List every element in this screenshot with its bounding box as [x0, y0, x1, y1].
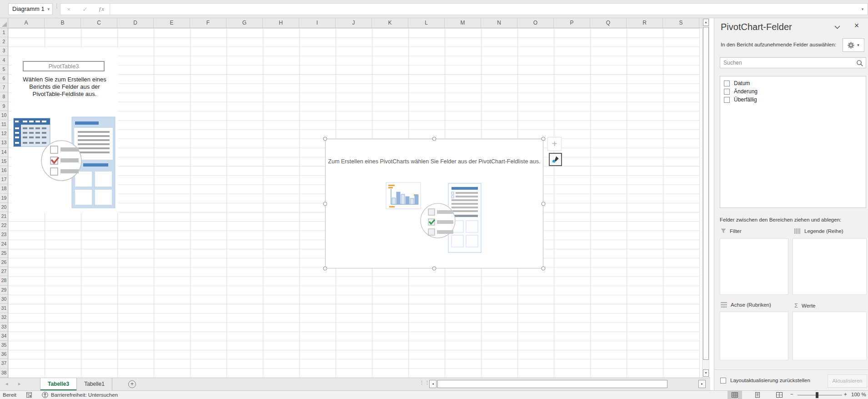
- search-input[interactable]: [720, 58, 855, 68]
- row-header-14[interactable]: 14: [0, 148, 8, 157]
- row-header-6[interactable]: 6: [0, 74, 8, 83]
- column-header-b[interactable]: B: [45, 18, 81, 28]
- pane-options-chevron-icon[interactable]: [834, 25, 840, 29]
- column-header-a[interactable]: A: [8, 18, 45, 28]
- row-header-36[interactable]: 36: [0, 350, 8, 359]
- handle-top-left[interactable]: [323, 137, 327, 141]
- row-header-33[interactable]: 33: [0, 323, 8, 332]
- scroll-left-icon[interactable]: ◂: [429, 380, 437, 388]
- new-sheet-button[interactable]: +: [128, 380, 136, 388]
- sheet-tab-tabelle3[interactable]: Tabelle3: [40, 378, 77, 390]
- column-header-o[interactable]: O: [517, 18, 554, 28]
- row-header-16[interactable]: 16: [0, 166, 8, 175]
- row-header-21[interactable]: 21: [0, 212, 8, 221]
- row-header-5[interactable]: 5: [0, 65, 8, 74]
- dropzone-legend[interactable]: [793, 238, 867, 295]
- update-button[interactable]: Aktualisieren: [828, 374, 867, 388]
- row-header-18[interactable]: 18: [0, 184, 8, 193]
- handle-middle-right[interactable]: [542, 202, 546, 206]
- zoom-level[interactable]: 100 %: [851, 392, 866, 397]
- defer-layout-checkbox[interactable]: [720, 378, 726, 384]
- row-header-29[interactable]: 29: [0, 286, 8, 295]
- row-header-9[interactable]: 9: [0, 102, 8, 111]
- column-header-k[interactable]: K: [372, 18, 408, 28]
- search-icon[interactable]: [856, 60, 863, 67]
- column-header-p[interactable]: P: [554, 18, 590, 28]
- tools-button[interactable]: ▾: [843, 38, 864, 52]
- row-header-22[interactable]: 22: [0, 221, 8, 230]
- row-header-25[interactable]: 25: [0, 249, 8, 258]
- dropzone-axis[interactable]: [720, 312, 788, 360]
- column-header-s[interactable]: S: [663, 18, 699, 28]
- row-header-34[interactable]: 34: [0, 332, 8, 341]
- macro-record-icon[interactable]: [26, 392, 32, 398]
- column-header-c[interactable]: C: [81, 18, 117, 28]
- column-header-f[interactable]: F: [190, 18, 226, 28]
- pivottable-placeholder[interactable]: PivotTable3 Wählen Sie zum Erstellen ein…: [11, 48, 118, 212]
- row-header-12[interactable]: 12: [0, 129, 8, 138]
- view-page-break-button[interactable]: [772, 391, 787, 399]
- column-header-g[interactable]: G: [226, 18, 263, 28]
- chart-elements-button[interactable]: +: [547, 137, 562, 151]
- zoom-slider-track[interactable]: [798, 395, 842, 395]
- dropzone-values[interactable]: [793, 312, 867, 360]
- row-header-20[interactable]: 20: [0, 203, 8, 212]
- column-header-i[interactable]: I: [299, 18, 336, 28]
- cancel-icon[interactable]: ×: [60, 6, 77, 13]
- row-header-37[interactable]: 37: [0, 359, 8, 368]
- row-header-19[interactable]: 19: [0, 194, 8, 203]
- dropzone-filter[interactable]: [720, 238, 788, 295]
- accessibility-status[interactable]: Barrierefreiheit: Untersuchen: [42, 392, 118, 398]
- field-checkbox[interactable]: [724, 89, 730, 95]
- formula-bar-expand-icon[interactable]: ▾: [858, 7, 868, 11]
- field-item-änderung[interactable]: Änderung: [724, 87, 866, 96]
- column-header-e[interactable]: E: [154, 18, 190, 28]
- row-header-2[interactable]: 2: [0, 37, 8, 46]
- row-header-11[interactable]: 11: [0, 120, 8, 129]
- select-all-corner[interactable]: [0, 18, 8, 28]
- column-header-r[interactable]: R: [627, 18, 663, 28]
- row-header-38[interactable]: 38: [0, 369, 8, 378]
- handle-bottom-left[interactable]: [323, 267, 327, 271]
- zoom-slider-thumb[interactable]: [816, 392, 818, 398]
- field-checkbox[interactable]: [724, 97, 730, 103]
- column-header-q[interactable]: Q: [590, 18, 627, 28]
- column-header-l[interactable]: L: [408, 18, 445, 28]
- formula-input[interactable]: [110, 4, 858, 14]
- row-header-1[interactable]: 1: [0, 28, 8, 37]
- chart-styles-button[interactable]: [549, 153, 562, 166]
- column-header-h[interactable]: H: [263, 18, 299, 28]
- field-item-datum[interactable]: Datum: [724, 79, 866, 87]
- horizontal-scrollbar-thumb[interactable]: [437, 380, 667, 388]
- column-header-n[interactable]: N: [481, 18, 517, 28]
- row-header-35[interactable]: 35: [0, 341, 8, 350]
- zoom-out-icon[interactable]: −: [790, 391, 793, 397]
- handle-top-middle[interactable]: [432, 137, 437, 141]
- row-header-7[interactable]: 7: [0, 83, 8, 92]
- row-header-31[interactable]: 31: [0, 304, 8, 313]
- row-header-15[interactable]: 15: [0, 157, 8, 166]
- tab-scroll-right-icon[interactable]: ▸: [18, 381, 21, 387]
- name-box-dropdown-icon[interactable]: ▾: [47, 4, 50, 15]
- vertical-scrollbar-thumb[interactable]: [703, 27, 709, 360]
- scroll-down-icon[interactable]: ▾: [703, 369, 709, 377]
- row-header-28[interactable]: 28: [0, 276, 8, 285]
- handle-bottom-right[interactable]: [542, 267, 546, 271]
- row-header-23[interactable]: 23: [0, 230, 8, 239]
- scroll-right-icon[interactable]: ▸: [698, 380, 706, 388]
- scrollbar-resize-handle[interactable]: ⋮⋮: [419, 380, 430, 386]
- view-normal-button[interactable]: [728, 391, 742, 399]
- view-page-layout-button[interactable]: [750, 391, 765, 399]
- row-header-4[interactable]: 4: [0, 56, 8, 65]
- insert-function-icon[interactable]: ƒx: [93, 5, 110, 13]
- zoom-in-icon[interactable]: +: [844, 391, 847, 397]
- sheet-tab-tabelle1[interactable]: Tabelle1: [77, 378, 112, 390]
- enter-icon[interactable]: ✓: [77, 6, 93, 13]
- field-item-überfällig[interactable]: Überfällig: [724, 96, 866, 104]
- handle-top-right[interactable]: [542, 137, 546, 141]
- row-header-24[interactable]: 24: [0, 240, 8, 249]
- handle-middle-left[interactable]: [323, 202, 327, 206]
- row-header-26[interactable]: 26: [0, 258, 8, 267]
- row-header-32[interactable]: 32: [0, 313, 8, 322]
- scroll-up-icon[interactable]: ▴: [703, 19, 709, 26]
